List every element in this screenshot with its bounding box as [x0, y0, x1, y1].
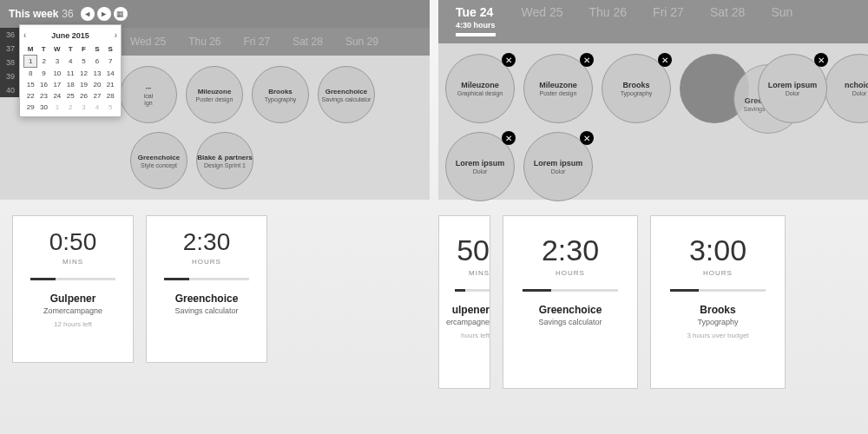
cal-day[interactable]: 1 — [50, 102, 63, 113]
close-icon[interactable]: ✕ — [658, 53, 672, 67]
time-card[interactable]: 2:30 HOURS Greenchoice Savings calculato… — [146, 215, 267, 363]
card-meta: 12 hours left — [54, 320, 92, 328]
close-icon[interactable]: ✕ — [502, 131, 516, 145]
day-tab[interactable]: Sat 28 — [710, 5, 745, 19]
weeknum-row: 38 — [0, 56, 21, 69]
card-meta: 3 hours over budget — [687, 332, 748, 339]
week-label: This week — [9, 8, 58, 20]
time-card[interactable]: 50 MINS ulpener ercampagne hours left — [438, 215, 490, 389]
card-time: 3:00 — [689, 233, 746, 267]
project-bubble[interactable]: MileuzonePoster design — [186, 66, 243, 123]
day-tab[interactable]: Sun — [771, 5, 792, 19]
close-icon[interactable]: ✕ — [580, 53, 594, 67]
cal-day[interactable]: 13 — [90, 68, 103, 80]
cal-day[interactable]: 18 — [64, 79, 77, 90]
weeknum-row: 36 — [0, 28, 21, 42]
project-bubble[interactable]: ✕BrooksTypography — [602, 54, 671, 123]
project-bubble[interactable]: Blake & partnersDesign Sprint 1 — [196, 132, 253, 189]
cal-day[interactable]: 4 — [90, 102, 103, 113]
card-meta: hours left — [461, 332, 490, 339]
card-unit: MINS — [62, 258, 83, 266]
card-desc: ercampagne — [446, 318, 490, 326]
cal-next-month[interactable]: › — [115, 30, 117, 40]
close-icon[interactable]: ✕ — [814, 53, 828, 67]
project-bubble[interactable]: ✕Lorem ipsumDolor — [523, 132, 593, 201]
calendar-popover: ‹ June 2015 › M T W T F S S 1 2 3 4 5 6 … — [19, 24, 122, 117]
project-bubble[interactable]: GreenchoiceSavings calculator — [318, 66, 375, 123]
cal-day[interactable]: 7 — [104, 56, 117, 68]
project-bubble[interactable]: GreenchoiceStyle concept — [130, 132, 187, 189]
cal-day[interactable]: 28 — [104, 90, 117, 102]
close-icon[interactable]: ✕ — [502, 53, 516, 67]
cal-day[interactable]: 12 — [77, 68, 90, 80]
card-desc: Typography — [697, 318, 738, 326]
cal-dow: S — [90, 43, 103, 56]
weeknum-row: 37 — [0, 42, 21, 56]
cal-day[interactable]: 9 — [37, 68, 50, 80]
cal-day[interactable]: 3 — [50, 56, 63, 68]
cal-day[interactable]: 24 — [50, 90, 63, 102]
cal-day[interactable]: 30 — [37, 102, 50, 113]
cal-title: June 2015 — [51, 31, 89, 40]
cal-day[interactable]: 16 — [37, 79, 50, 90]
day-tab[interactable]: Wed 25 — [522, 5, 563, 19]
close-icon[interactable]: ✕ — [580, 131, 594, 145]
card-desc: Savings calculator — [174, 306, 238, 315]
cal-day[interactable]: 27 — [90, 90, 103, 102]
project-bubble-row: ✕MileuzoneGraphical design ✕MileuzonePos… — [438, 43, 868, 200]
cal-day[interactable]: 3 — [77, 102, 90, 113]
project-bubble[interactable]: ✕MileuzoneGraphical design — [445, 54, 515, 123]
time-card[interactable]: 3:00 HOURS Brooks Typography 3 hours ove… — [650, 215, 786, 389]
day-tab[interactable]: Thu 26 — [188, 36, 220, 48]
cal-day[interactable]: 19 — [77, 79, 90, 90]
card-desc: Savings calculator — [538, 318, 602, 326]
project-bubble[interactable]: ···icalign — [120, 66, 177, 123]
week-number-column: 36 37 38 39 40 — [0, 28, 21, 97]
cal-dow: S — [104, 43, 117, 56]
card-time: 0:50 — [49, 228, 97, 256]
calendar-button[interactable]: ▦ — [114, 7, 128, 21]
day-tab[interactable]: Wed 25 — [130, 36, 166, 48]
project-bubble[interactable]: ✕Lorem ipsumDolor — [758, 54, 827, 123]
cal-day[interactable]: 14 — [104, 68, 117, 80]
next-week-button[interactable]: ► — [97, 7, 111, 21]
cal-day[interactable]: 2 — [37, 56, 50, 68]
cal-day[interactable]: 15 — [24, 79, 37, 90]
cal-day[interactable]: 20 — [90, 79, 103, 90]
cal-day[interactable]: 5 — [77, 56, 90, 68]
cal-day[interactable]: 21 — [104, 79, 117, 90]
prev-week-button[interactable]: ◄ — [81, 7, 95, 21]
cal-day[interactable]: 4 — [64, 56, 77, 68]
time-card[interactable]: 0:50 MINS Gulpener Zomercampagne 12 hour… — [12, 215, 134, 363]
cal-day[interactable]: 1 — [24, 56, 37, 68]
cal-day[interactable]: 11 — [64, 68, 77, 80]
day-tab[interactable]: Fri 27 — [244, 36, 271, 48]
progress-bar — [30, 278, 115, 280]
cal-day[interactable]: 10 — [50, 68, 63, 80]
cal-day[interactable]: 8 — [24, 68, 37, 80]
calendar-grid: M T W T F S S 1 2 3 4 5 6 7 8 9 10 1 — [23, 43, 117, 113]
project-bubble[interactable]: ✕MileuzonePoster design — [523, 54, 593, 123]
project-bubble[interactable]: ✕nchoiceDolor — [825, 54, 868, 123]
time-card[interactable]: 2:30 HOURS Greenchoice Savings calculato… — [503, 215, 638, 389]
cal-day[interactable]: 23 — [37, 90, 50, 102]
cal-day[interactable]: 25 — [64, 90, 77, 102]
cal-day[interactable]: 2 — [64, 102, 77, 113]
cal-day[interactable]: 29 — [24, 102, 37, 113]
time-cards: 0:50 MINS Gulpener Zomercampagne 12 hour… — [0, 200, 430, 378]
day-tab[interactable]: Fri 27 — [653, 5, 684, 19]
day-tab[interactable]: Tue 244:30 hours — [456, 5, 496, 36]
cal-dow: T — [64, 43, 77, 56]
cal-day[interactable]: 17 — [50, 79, 63, 90]
cal-dow: W — [50, 43, 63, 56]
cal-day[interactable]: 26 — [77, 90, 90, 102]
cal-day[interactable]: 5 — [104, 102, 117, 113]
cal-prev-month[interactable]: ‹ — [23, 30, 26, 40]
day-tab[interactable]: Sat 28 — [293, 36, 323, 48]
day-tab[interactable]: Sun 29 — [345, 36, 378, 48]
project-bubble[interactable]: ✕Lorem ipsumDolor — [445, 132, 515, 201]
cal-day[interactable]: 6 — [90, 56, 103, 68]
day-tab[interactable]: Thu 26 — [589, 5, 628, 19]
project-bubble[interactable]: BrooksTypography — [252, 66, 309, 123]
cal-day[interactable]: 22 — [24, 90, 37, 102]
